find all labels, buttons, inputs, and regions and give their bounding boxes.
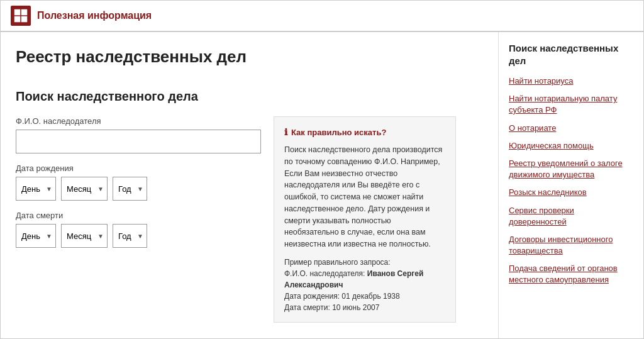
info-icon: ℹ	[284, 126, 287, 139]
sidebar-links-container: Найти нотариусаНайти нотариальную палату…	[509, 75, 633, 286]
info-box-title-text: Как правильно искать?	[291, 126, 386, 139]
dob-month-wrapper: Месяц ▼	[61, 177, 108, 201]
search-section-title: Поиск наследственного дела	[16, 89, 483, 104]
dob-month-select[interactable]: Месяц	[61, 177, 108, 201]
info-example: Пример правильного запроса: Ф.И.О. насле…	[284, 257, 445, 313]
dob-label: Дата рождения	[16, 164, 261, 173]
info-box: ℹ Как правильно искать? Поиск наследстве…	[274, 116, 456, 323]
info-box-body: Поиск наследственного дела производится …	[284, 144, 445, 250]
example-dod-value: 10 июнь 2007	[332, 303, 379, 312]
dob-selects: День ▼ Месяц ▼	[16, 177, 261, 201]
dod-month-select[interactable]: Месяц	[61, 224, 108, 248]
sidebar-link-2[interactable]: О нотариате	[509, 123, 633, 134]
fio-group: Ф.И.О. наследодателя	[16, 116, 261, 153]
example-dod-label: Дата смерти:	[284, 303, 330, 312]
sidebar-link-0[interactable]: Найти нотариуса	[509, 75, 633, 87]
info-box-title: ℹ Как правильно искать?	[284, 126, 445, 139]
sidebar-link-6[interactable]: Сервис проверки доверенностей	[509, 205, 633, 228]
logo-icon	[11, 6, 31, 26]
dod-label: Дата смерти	[16, 211, 261, 220]
svg-rect-2	[14, 16, 20, 22]
sidebar: Поиск наследственных дел Найти нотариуса…	[499, 32, 643, 338]
sidebar-link-7[interactable]: Договоры инвестиционного товарищества	[509, 234, 633, 257]
sidebar-link-4[interactable]: Реестр уведомлений о залоге движимого им…	[509, 158, 633, 181]
dob-group: Дата рождения День ▼ Месяц	[16, 164, 261, 201]
main-layout: Реестр наследственных дел Поиск наследст…	[1, 32, 643, 338]
dod-year-wrapper: Год ▼	[113, 224, 147, 248]
dod-group: Дата смерти День ▼ Месяц	[16, 211, 261, 248]
example-fio-label: Ф.И.О. наследодателя:	[284, 269, 365, 278]
page-title: Реестр наследственных дел	[16, 47, 483, 74]
dob-year-select[interactable]: Год	[113, 177, 147, 201]
dod-day-select[interactable]: День	[16, 224, 56, 248]
dob-day-wrapper: День ▼	[16, 177, 56, 201]
page-wrapper: Полезная информация Реестр наследственны…	[0, 0, 644, 339]
sidebar-title: Поиск наследственных дел	[509, 42, 633, 67]
svg-rect-1	[21, 9, 27, 15]
svg-rect-3	[21, 16, 27, 22]
example-dob-label: Дата рождения:	[284, 292, 340, 301]
dod-month-wrapper: Месяц ▼	[61, 224, 108, 248]
dod-year-select[interactable]: Год	[113, 224, 147, 248]
sidebar-link-3[interactable]: Юридическая помощь	[509, 140, 633, 152]
content-area: Реестр наследственных дел Поиск наследст…	[1, 32, 499, 338]
fio-label: Ф.И.О. наследодателя	[16, 116, 261, 126]
header: Полезная информация	[1, 1, 643, 32]
dod-day-wrapper: День ▼	[16, 224, 56, 248]
fio-input[interactable]	[16, 130, 261, 153]
sidebar-link-1[interactable]: Найти нотариальную палату субъекта РФ	[509, 93, 633, 116]
dob-day-select[interactable]: День	[16, 177, 56, 201]
sidebar-link-8[interactable]: Подача сведений от органов местного само…	[509, 263, 633, 286]
example-label: Пример правильного запроса:	[284, 258, 391, 267]
svg-rect-0	[14, 9, 20, 15]
dod-selects: День ▼ Месяц ▼	[16, 224, 261, 248]
form-left: Ф.И.О. наследодателя Дата рождения День …	[16, 116, 261, 258]
sidebar-link-5[interactable]: Розыск наследников	[509, 187, 633, 198]
dob-year-wrapper: Год ▼	[113, 177, 147, 201]
example-dob-value: 01 декабрь 1938	[341, 292, 399, 301]
form-area: Ф.И.О. наследодателя Дата рождения День …	[16, 116, 483, 323]
header-title: Полезная информация	[37, 10, 152, 21]
